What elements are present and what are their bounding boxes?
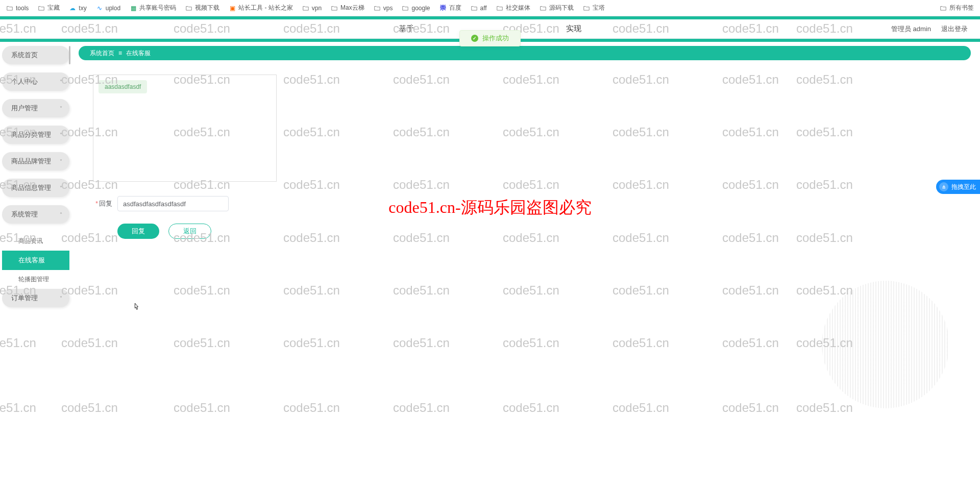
bookmark-item[interactable]: vpn (302, 4, 322, 12)
bookmark-label: vpn (312, 5, 322, 12)
sidebar-item[interactable]: 商品品牌管理˅ (2, 152, 69, 170)
bookmark-item[interactable]: 所有书签 (940, 4, 974, 12)
chat-history[interactable]: aasdasdfasdf (93, 75, 277, 182)
bookmark-label: 站长工具 - 站长之家 (238, 4, 293, 12)
bookmarks-right: 所有书签 (940, 4, 974, 12)
reply-label: *回复 (89, 199, 112, 208)
folder-icon (496, 5, 503, 12)
bookmark-label: 百度 (449, 4, 461, 12)
bookmark-item[interactable]: 宝塔 (583, 4, 605, 12)
site-icon: ▣ (229, 5, 236, 12)
bookmark-label: 源码下载 (549, 4, 574, 12)
breadcrumb-sep: ≡ (118, 50, 122, 57)
sidebar-item-label: 订单管理 (11, 293, 38, 303)
folder-icon (402, 5, 409, 12)
folder-icon (331, 5, 338, 12)
chevron-icon: ˅ (60, 296, 62, 301)
reply-input[interactable] (117, 196, 229, 211)
chevron-icon: ˅ (60, 132, 62, 138)
sidebar-sub-item[interactable]: 商品资讯 (2, 232, 69, 251)
sidebar-item[interactable]: 系统首页 (2, 46, 69, 64)
bookmark-label: txy (79, 5, 86, 12)
chevron-icon: ˅ (60, 185, 62, 191)
bookmark-item[interactable]: ∿uplod (96, 4, 120, 12)
bookmark-label: aff (480, 5, 487, 12)
bookmark-label: google (411, 5, 430, 12)
sidebar: 系统首页个人中心˅用户管理˅商品分类管理˅商品品牌管理˅商品信息管理˅系统管理˄… (0, 46, 71, 490)
sidebar-item-label: 系统首页 (11, 51, 38, 60)
bookmark-item[interactable]: 社交媒体 (496, 4, 530, 12)
bookmark-item[interactable]: ☁txy (69, 4, 86, 12)
folder-icon (583, 5, 590, 12)
breadcrumb: 系统首页 ≡ 在线客服 (79, 46, 971, 60)
chevron-icon: ˅ (60, 106, 62, 111)
folder-icon (940, 5, 947, 12)
bookmark-item[interactable]: 宝藏 (38, 4, 60, 12)
sidebar-item[interactable]: 系统管理˄ (2, 205, 69, 224)
sidebar-item[interactable]: 商品分类管理˅ (2, 126, 69, 144)
baidu-icon: 崇 (439, 5, 447, 12)
bookmark-item[interactable]: 崇百度 (439, 4, 461, 12)
bookmark-label: vps (383, 5, 393, 12)
sidebar-item[interactable]: 用户管理˅ (2, 99, 69, 117)
breadcrumb-home[interactable]: 系统首页 (90, 49, 114, 58)
sidebar-scrollbar[interactable] (69, 46, 70, 64)
bookmark-label: uplod (106, 5, 120, 12)
sidebar-item-label: 商品品牌管理 (11, 157, 51, 166)
share-icon: ⋔ (939, 182, 948, 191)
folder-icon (540, 5, 547, 12)
folder-icon (374, 5, 381, 12)
chevron-icon: ˄ (60, 212, 62, 217)
bookmark-item[interactable]: tools (6, 4, 29, 12)
chevron-icon: ˅ (60, 159, 62, 164)
check-icon: ✓ (471, 35, 478, 42)
bookmark-label: 视频下载 (195, 4, 219, 12)
bookmark-label: 宝藏 (47, 4, 60, 12)
bookmark-item[interactable]: 源码下载 (540, 4, 574, 12)
bookmark-label: 共享账号密码 (139, 4, 176, 12)
sidebar-item-label: 商品分类管理 (11, 130, 51, 139)
folder-icon (302, 5, 309, 12)
chevron-icon: ˅ (60, 79, 62, 85)
folder-icon (6, 5, 13, 12)
bookmark-item[interactable]: aff (471, 4, 487, 12)
bookmark-label: Max云梯 (340, 4, 364, 12)
sidebar-item[interactable]: 商品信息管理˅ (2, 179, 69, 197)
bookmark-item[interactable]: ▦共享账号密码 (130, 4, 176, 12)
sidebar-sub-item[interactable]: 轮播图管理 (2, 270, 69, 289)
bookmarks-bar: tools宝藏☁txy∿uplod▦共享账号密码视频下载▣站长工具 - 站长之家… (0, 0, 980, 16)
script-icon: ∿ (96, 5, 103, 12)
sidebar-item[interactable]: 订单管理˅ (2, 289, 69, 307)
folder-icon (38, 5, 45, 12)
bookmark-label: 社交媒体 (506, 4, 530, 12)
back-button[interactable]: 返回 (168, 224, 211, 239)
toast-text: 操作成功 (482, 34, 509, 43)
bookmark-item[interactable]: vps (374, 4, 393, 12)
sidebar-item-label: 用户管理 (11, 104, 38, 113)
drag-here-badge[interactable]: ⋔ 拖拽至此 (936, 180, 980, 194)
sidebar-item-label: 个人中心 (11, 77, 38, 86)
sheet-icon: ▦ (130, 5, 137, 12)
reply-button[interactable]: 回复 (117, 224, 159, 239)
cloud-icon: ☁ (69, 5, 76, 12)
current-user-label[interactable]: 管理员 admin (891, 24, 931, 34)
sidebar-item-label: 系统管理 (11, 210, 38, 219)
bookmark-item[interactable]: google (402, 4, 430, 12)
fingerprint-circle-decoration (822, 281, 949, 408)
bookmark-label: tools (16, 5, 29, 12)
bookmarks-left: tools宝藏☁txy∿uplod▦共享账号密码视频下载▣站长工具 - 站长之家… (6, 4, 940, 12)
bookmark-label: 所有书签 (949, 4, 974, 12)
success-toast: ✓ 操作成功 (459, 30, 521, 46)
sidebar-item[interactable]: 个人中心˅ (2, 72, 69, 91)
bookmark-item[interactable]: ▣站长工具 - 站长之家 (229, 4, 293, 12)
chat-message: aasdasdfasdf (99, 80, 147, 93)
logout-link[interactable]: 退出登录 (941, 24, 968, 34)
bookmark-item[interactable]: 视频下载 (185, 4, 219, 12)
bookmark-item[interactable]: Max云梯 (331, 4, 364, 12)
drag-here-label: 拖拽至此 (951, 183, 976, 191)
sidebar-item-label: 商品信息管理 (11, 183, 51, 192)
bookmark-label: 宝塔 (593, 4, 605, 12)
sidebar-sub-item[interactable]: 在线客服 (2, 251, 69, 270)
folder-icon (471, 5, 478, 12)
folder-icon (185, 5, 192, 12)
